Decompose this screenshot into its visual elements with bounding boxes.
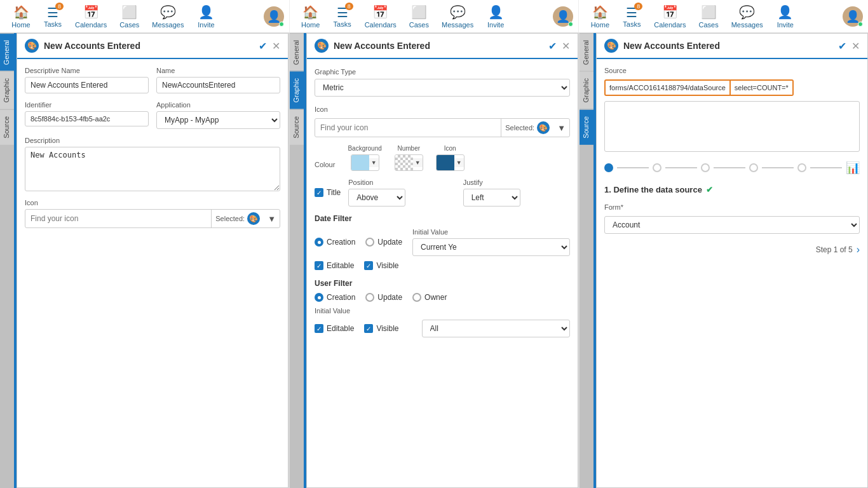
user-update-label: Update [377, 293, 402, 302]
messages-icon-3: 💬 [739, 4, 755, 20]
panel3-close-btn[interactable]: ✕ [851, 40, 860, 52]
nav-calendars-2[interactable]: 📅 Calendars [358, 2, 403, 31]
application-select[interactable]: MyApp - MyApp [156, 111, 280, 129]
step-check-icon: ✔ [706, 185, 713, 194]
icon-dropdown-btn-2[interactable]: ▼ [553, 121, 569, 135]
creation-radio-checked-1 [315, 238, 323, 247]
icon-dropdown-btn-1[interactable]: ▼ [264, 212, 280, 226]
number-color-swatch [395, 155, 413, 170]
panel2-close-btn[interactable]: ✕ [562, 40, 570, 52]
nav-invite-3[interactable]: 👤 Invite [770, 2, 801, 31]
nav-tasks-3[interactable]: ☰ 8 Tasks [616, 3, 648, 30]
panel2-icon-group: Icon Selected: 🎨 ▼ [315, 105, 570, 137]
nav-home-1[interactable]: 🏠 Home [5, 2, 37, 31]
user-editable-checkbox: ✓ Editable [315, 324, 354, 333]
panel1-icon-group: Icon Selected: 🎨 ▼ [25, 199, 280, 228]
icon-selected-label-1: Selected: [215, 215, 245, 222]
vtab-general-2[interactable]: General [290, 33, 304, 71]
tasks-badge-3: 8 [634, 3, 642, 10]
identifier-input[interactable] [25, 111, 149, 126]
source-url-part2: select=COUNT=* [731, 79, 794, 96]
date-filter-row2: ✓ Editable ✓ Visible [315, 261, 570, 270]
vtab-graphic-1[interactable]: Graphic [0, 71, 14, 109]
home-icon-2: 🏠 [302, 4, 318, 20]
vtab-general-3[interactable]: General [580, 33, 593, 71]
nav-calendars-3[interactable]: 📅 Calendars [648, 2, 692, 31]
editable-checkbox-1: ✓ Editable [315, 261, 354, 270]
form-select[interactable]: Account [604, 216, 860, 234]
user-editable-check[interactable]: ✓ [315, 324, 323, 333]
nav-invite-2[interactable]: 👤 Invite [480, 2, 512, 31]
nav-cases-3[interactable]: ⬜ Cases [692, 2, 724, 31]
user-avatar-3[interactable]: 👤 [843, 6, 863, 27]
panel3-confirm-btn[interactable]: ✔ [838, 40, 846, 52]
position-select[interactable]: Above [348, 189, 405, 207]
update-radio-1[interactable]: Update [365, 238, 402, 247]
form-select-label: Form* [604, 203, 860, 211]
vtab-graphic-3[interactable]: Graphic [580, 71, 593, 109]
nav-cases-1[interactable]: ⬜ Cases [113, 2, 146, 31]
creation-radio-1[interactable]: Creation [315, 238, 355, 247]
icon-color-picker[interactable]: ▼ [436, 154, 465, 171]
title-checkbox[interactable]: ✓ [315, 188, 323, 197]
nav-home-2[interactable]: 🏠 Home [295, 2, 327, 31]
nav-tasks-1[interactable]: ☰ 8 Tasks [37, 3, 69, 30]
visible-check-1[interactable]: ✓ [364, 261, 373, 270]
user-owner-radio[interactable]: Owner [412, 293, 447, 302]
description-textarea[interactable]: New Accounts [25, 147, 280, 191]
nav-messages-1[interactable]: 💬 Messages [146, 2, 190, 31]
user-update-radio[interactable]: Update [365, 293, 402, 302]
title-checkbox-group: ✓ Title [315, 188, 341, 197]
identifier-label: Identifier [25, 101, 149, 109]
nav-tasks-2[interactable]: ☰ 8 Tasks [327, 3, 358, 30]
name-input[interactable] [156, 77, 280, 93]
nav-label: Invite [198, 21, 214, 29]
panel1-name-row: Descriptive Name Name [25, 67, 280, 93]
step-2-dot [653, 163, 661, 172]
initial-value-label-1: Initial Value [412, 228, 570, 236]
panel3-vtabs: General Graphic Source [580, 33, 593, 488]
panel1-confirm-btn[interactable]: ✔ [259, 40, 267, 52]
icon-color-arrow[interactable]: ▼ [454, 158, 464, 167]
selected-icon-circle-2: 🎨 [537, 121, 550, 134]
online-indicator-2 [568, 22, 573, 27]
number-color-picker[interactable]: ▼ [395, 154, 423, 171]
nav-invite-1[interactable]: 👤 Invite [190, 2, 222, 31]
graphic-type-select[interactable]: Metric [315, 79, 570, 97]
user-avatar-2[interactable]: 👤 [553, 6, 573, 27]
calendars-icon-3: 📅 [662, 4, 678, 20]
user-all-group: All [422, 320, 570, 337]
user-creation-radio[interactable]: Creation [315, 293, 355, 302]
panel1-close-btn[interactable]: ✕ [272, 40, 280, 52]
icon-selected-display-1: Selected: 🎨 [211, 210, 264, 227]
editable-check-1[interactable]: ✓ [315, 261, 323, 270]
vtab-source-2[interactable]: Source [290, 109, 304, 145]
background-color-arrow[interactable]: ▼ [369, 158, 379, 167]
user-all-select[interactable]: All [422, 320, 570, 337]
nav-cases-2[interactable]: ⬜ Cases [403, 2, 435, 31]
nav-messages-3[interactable]: 💬 Messages [725, 2, 770, 31]
justify-select[interactable]: Left [463, 189, 520, 207]
vtab-source-1[interactable]: Source [0, 109, 14, 145]
vtab-source-3[interactable]: Source [580, 109, 593, 145]
panel3-title-text: New Accounts Entered [623, 41, 720, 51]
background-color-picker[interactable]: ▼ [351, 154, 379, 171]
icon-search-input-1[interactable] [25, 211, 211, 226]
nav-messages-2[interactable]: 💬 Messages [435, 2, 480, 31]
user-visible-check[interactable]: ✓ [364, 324, 373, 333]
vtab-graphic-2[interactable]: Graphic [290, 71, 304, 109]
panel2-confirm-btn[interactable]: ✔ [548, 40, 557, 52]
descriptive-name-input[interactable] [25, 77, 149, 93]
initial-value-select-1[interactable]: Current Ye [412, 238, 570, 256]
justify-label: Justify [463, 179, 570, 186]
icon-search-input-2[interactable] [315, 120, 501, 135]
nav-home-3[interactable]: 🏠 Home [584, 2, 616, 31]
step-nav-next[interactable]: › [857, 244, 860, 255]
source-textarea[interactable] [604, 101, 860, 152]
number-color-arrow[interactable]: ▼ [413, 158, 423, 167]
user-avatar-1[interactable]: 👤 [264, 6, 284, 27]
nav-calendars-1[interactable]: 📅 Calendars [69, 2, 113, 31]
vtab-general-1[interactable]: General [0, 33, 14, 71]
panel2-inner: 🎨 New Accounts Entered ✔ ✕ Graphic Type … [306, 33, 578, 488]
name-label: Name [156, 67, 280, 74]
